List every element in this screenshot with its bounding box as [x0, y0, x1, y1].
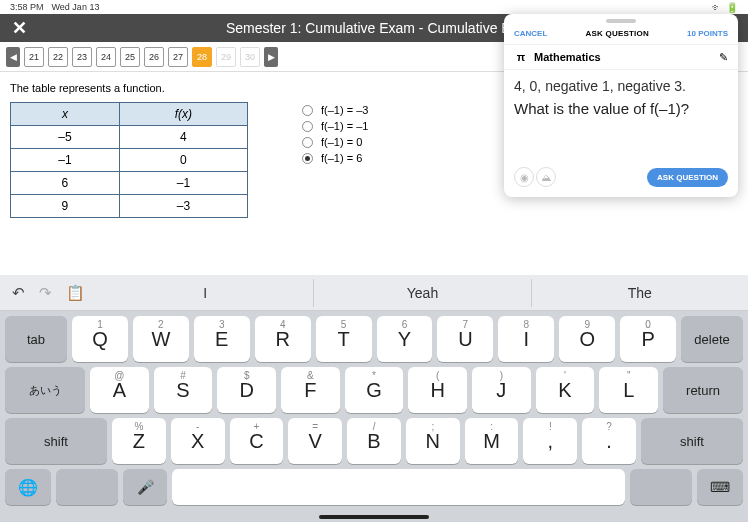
option-label: f(–1) = 0 — [321, 136, 362, 148]
battery-icon: 🔋 — [726, 2, 738, 13]
question-main-line[interactable]: What is the value of f(–1)? — [514, 100, 728, 117]
key-N[interactable]: ;N — [406, 418, 460, 464]
key-H[interactable]: (H — [408, 367, 467, 413]
key-D[interactable]: $D — [217, 367, 276, 413]
keyboard: ↶ ↷ 📋 I Yeah The tab 1Q2W3E4R5T6Y7U8I9O0… — [0, 275, 748, 522]
table-row: 9–3 — [11, 195, 248, 218]
key-I[interactable]: 8I — [498, 316, 554, 362]
key-K[interactable]: 'K — [536, 367, 595, 413]
key-G[interactable]: *G — [345, 367, 404, 413]
key-delete[interactable]: delete — [681, 316, 743, 362]
key-shift-left[interactable]: shift — [5, 418, 107, 464]
panel-title: ASK QUESTION — [586, 29, 649, 38]
status-date: Wed Jan 13 — [52, 2, 100, 12]
radio-icon[interactable] — [302, 105, 313, 116]
table-row: –54 — [11, 126, 248, 149]
key-X[interactable]: -X — [171, 418, 225, 464]
page-23[interactable]: 23 — [72, 47, 92, 67]
option-label: f(–1) = –1 — [321, 120, 368, 132]
nav-prev-button[interactable]: ◀ — [6, 47, 20, 67]
key-return[interactable]: return — [663, 367, 743, 413]
function-table: xf(x) –54–106–19–3 — [10, 102, 248, 218]
page-24[interactable]: 24 — [96, 47, 116, 67]
status-time: 3:58 PM — [10, 2, 44, 12]
undo-icon[interactable]: ↶ — [12, 284, 25, 302]
status-bar: 3:58 PM Wed Jan 13 ᯤ 🔋 — [0, 0, 748, 14]
key-space[interactable] — [172, 469, 625, 505]
question-preview-line: 4, 0, negative 1, negative 3. — [514, 78, 728, 94]
suggestion-1[interactable]: I — [97, 279, 314, 307]
key-J[interactable]: )J — [472, 367, 531, 413]
key-mic[interactable]: 🎤 — [123, 469, 167, 505]
table-row: 6–1 — [11, 172, 248, 195]
option-label: f(–1) = –3 — [321, 104, 368, 116]
key-M[interactable]: :M — [465, 418, 519, 464]
camera-icon[interactable]: ◉ — [514, 167, 534, 187]
key-hide-keyboard[interactable]: ⌨ — [697, 469, 743, 505]
key-globe[interactable]: 🌐 — [5, 469, 51, 505]
wifi-icon: ᯤ — [712, 2, 722, 13]
table-row: –10 — [11, 149, 248, 172]
home-indicator[interactable] — [319, 515, 429, 519]
key-P[interactable]: 0P — [620, 316, 676, 362]
points-label[interactable]: 10 POINTS — [687, 29, 728, 38]
key-Y[interactable]: 6Y — [377, 316, 433, 362]
key-.[interactable]: ?. — [582, 418, 636, 464]
key-symbols-left[interactable] — [56, 469, 118, 505]
key-tab[interactable]: tab — [5, 316, 67, 362]
key-S[interactable]: #S — [154, 367, 213, 413]
key-Q[interactable]: 1Q — [72, 316, 128, 362]
suggestion-3[interactable]: The — [532, 279, 748, 307]
pi-icon: π — [514, 50, 528, 64]
page-25[interactable]: 25 — [120, 47, 140, 67]
key-shift-right[interactable]: shift — [641, 418, 743, 464]
close-icon[interactable]: ✕ — [12, 17, 27, 39]
key-T[interactable]: 5T — [316, 316, 372, 362]
nav-next-button[interactable]: ▶ — [264, 47, 278, 67]
key-symbols-right[interactable] — [630, 469, 692, 505]
cancel-button[interactable]: CANCEL — [514, 29, 547, 38]
pencil-icon[interactable]: ✎ — [719, 51, 728, 64]
page-26[interactable]: 26 — [144, 47, 164, 67]
key-kana[interactable]: あいう — [5, 367, 85, 413]
key-Z[interactable]: %Z — [112, 418, 166, 464]
subject-label: Mathematics — [534, 51, 601, 63]
option-label: f(–1) = 6 — [321, 152, 362, 164]
key-O[interactable]: 9O — [559, 316, 615, 362]
key-A[interactable]: @A — [90, 367, 149, 413]
ask-question-button[interactable]: ASK QUESTION — [647, 168, 728, 187]
key-R[interactable]: 4R — [255, 316, 311, 362]
key-U[interactable]: 7U — [437, 316, 493, 362]
radio-icon[interactable] — [302, 153, 313, 164]
key-E[interactable]: 3E — [194, 316, 250, 362]
image-icon[interactable]: ⛰ — [536, 167, 556, 187]
key-W[interactable]: 2W — [133, 316, 189, 362]
page-21[interactable]: 21 — [24, 47, 44, 67]
key-V[interactable]: =V — [288, 418, 342, 464]
key-L[interactable]: "L — [599, 367, 658, 413]
page-27[interactable]: 27 — [168, 47, 188, 67]
page-28[interactable]: 28 — [192, 47, 212, 67]
key-,[interactable]: !, — [523, 418, 577, 464]
ask-question-panel: CANCEL ASK QUESTION 10 POINTS π Mathemat… — [504, 14, 738, 197]
page-29: 29 — [216, 47, 236, 67]
page-22[interactable]: 22 — [48, 47, 68, 67]
radio-icon[interactable] — [302, 137, 313, 148]
th-fx: f(x) — [119, 103, 247, 126]
suggestion-2[interactable]: Yeah — [314, 279, 531, 307]
page-30: 30 — [240, 47, 260, 67]
radio-icon[interactable] — [302, 121, 313, 132]
key-C[interactable]: +C — [230, 418, 284, 464]
th-x: x — [11, 103, 120, 126]
key-F[interactable]: &F — [281, 367, 340, 413]
table-caption: The table represents a function. — [10, 82, 270, 94]
paste-icon[interactable]: 📋 — [66, 284, 85, 302]
redo-icon[interactable]: ↷ — [39, 284, 52, 302]
key-B[interactable]: /B — [347, 418, 401, 464]
